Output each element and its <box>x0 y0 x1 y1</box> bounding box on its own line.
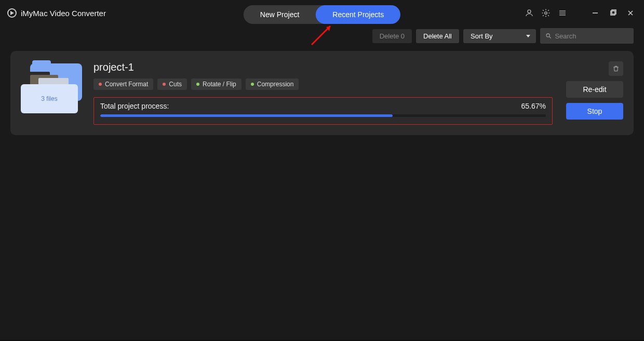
dot-icon <box>251 83 254 86</box>
dot-icon <box>163 83 166 86</box>
search-field[interactable] <box>540 28 634 44</box>
chevron-down-icon <box>526 33 531 38</box>
tag-rotate-flip: Rotate / Flip <box>191 78 242 90</box>
content-area: 3 files project-1 Convert Format Cuts Ro… <box>0 49 644 340</box>
svg-marker-0 <box>10 11 14 15</box>
account-icon[interactable] <box>524 7 535 19</box>
tag-compression: Compression <box>246 78 299 90</box>
close-button[interactable] <box>624 7 637 19</box>
tab-new-project[interactable]: New Project <box>244 5 316 24</box>
app-logo-icon <box>7 8 17 18</box>
tag-convert-format: Convert Format <box>93 78 153 90</box>
sort-by-dropdown[interactable]: Sort By <box>463 29 536 43</box>
titlebar: iMyMac Video Converter New Project Recen… <box>0 0 644 26</box>
action-toolbar: Delete 0 Delete All Sort By <box>0 26 644 49</box>
svg-point-14 <box>546 34 549 37</box>
project-thumbnail: 3 files <box>21 61 83 113</box>
menu-icon[interactable] <box>557 7 568 19</box>
tag-cuts: Cuts <box>157 78 187 90</box>
reedit-button[interactable]: Re-edit <box>566 81 623 98</box>
project-body: project-1 Convert Format Cuts Rotate / F… <box>93 61 553 125</box>
delete-all-button[interactable]: Delete All <box>416 29 459 43</box>
svg-line-15 <box>549 37 551 38</box>
svg-point-2 <box>545 12 547 15</box>
svg-marker-13 <box>526 35 530 37</box>
minimize-button[interactable] <box>589 7 601 19</box>
progress-label: Total project process: <box>100 102 169 110</box>
project-tags: Convert Format Cuts Rotate / Flip Compre… <box>93 78 553 90</box>
delete-selected-button[interactable]: Delete 0 <box>372 29 412 43</box>
main-tabs: New Project Recent Projects <box>244 5 400 24</box>
file-count-label: 3 files <box>21 84 78 113</box>
svg-point-1 <box>528 10 531 13</box>
progress-box: Total project process: 65.67% <box>93 97 553 125</box>
project-card: 3 files project-1 Convert Format Cuts Ro… <box>10 51 634 135</box>
delete-project-button[interactable] <box>609 61 623 76</box>
app-title: iMyMac Video Converter <box>21 9 106 18</box>
progress-bar <box>100 114 546 117</box>
project-actions: Re-edit Stop <box>561 61 623 125</box>
progress-percent: 65.67% <box>521 102 546 110</box>
dot-icon <box>99 83 102 86</box>
tab-recent-projects[interactable]: Recent Projects <box>316 5 400 24</box>
settings-icon[interactable] <box>540 7 552 19</box>
project-title: project-1 <box>93 61 553 73</box>
search-icon <box>545 32 552 40</box>
progress-bar-fill <box>100 114 393 117</box>
search-input[interactable] <box>555 32 628 40</box>
trash-icon <box>612 65 620 72</box>
stop-button[interactable]: Stop <box>566 103 623 120</box>
titlebar-right <box>524 7 637 19</box>
sort-by-label: Sort By <box>471 32 493 40</box>
maximize-button[interactable] <box>607 7 619 19</box>
dot-icon <box>196 83 199 86</box>
